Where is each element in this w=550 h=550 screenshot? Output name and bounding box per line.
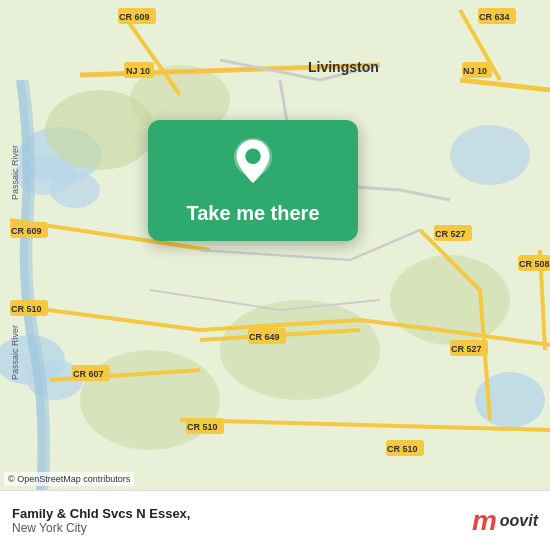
take-me-there-card[interactable]: Take me there bbox=[148, 120, 358, 241]
moovit-m-icon: m bbox=[472, 507, 497, 535]
svg-text:CR 508: CR 508 bbox=[519, 259, 550, 269]
svg-point-6 bbox=[450, 125, 530, 185]
bottom-bar: Family & Chld Svcs N Essex, New York Cit… bbox=[0, 490, 550, 550]
svg-text:CR 527: CR 527 bbox=[435, 229, 466, 239]
svg-text:NJ 10: NJ 10 bbox=[463, 66, 487, 76]
svg-point-43 bbox=[245, 148, 261, 164]
location-pin-icon bbox=[227, 138, 279, 190]
place-location: New York City bbox=[12, 521, 472, 535]
place-info: Family & Chld Svcs N Essex, New York Cit… bbox=[12, 506, 472, 535]
svg-text:CR 609: CR 609 bbox=[11, 226, 42, 236]
svg-point-3 bbox=[50, 172, 100, 208]
svg-text:CR 634: CR 634 bbox=[479, 12, 510, 22]
svg-text:CR 510: CR 510 bbox=[387, 444, 418, 454]
svg-text:CR 649: CR 649 bbox=[249, 332, 280, 342]
place-name: Family & Chld Svcs N Essex, bbox=[12, 506, 472, 521]
take-me-there-button[interactable]: Take me there bbox=[186, 202, 319, 225]
moovit-wordmark: oovit bbox=[500, 512, 538, 530]
map-background: Passaic River Passaic River bbox=[0, 0, 550, 490]
svg-text:CR 510: CR 510 bbox=[187, 422, 218, 432]
svg-text:CR 607: CR 607 bbox=[73, 369, 104, 379]
svg-text:CR 609: CR 609 bbox=[119, 12, 150, 22]
svg-text:Livingston: Livingston bbox=[308, 59, 379, 75]
moovit-logo: m oovit bbox=[472, 507, 538, 535]
svg-text:CR 510: CR 510 bbox=[11, 304, 42, 314]
svg-text:Passaic River: Passaic River bbox=[10, 325, 20, 380]
map-container: Passaic River Passaic River bbox=[0, 0, 550, 490]
svg-text:NJ 10: NJ 10 bbox=[126, 66, 150, 76]
svg-text:Passaic River: Passaic River bbox=[10, 145, 20, 200]
svg-text:CR 527: CR 527 bbox=[451, 344, 482, 354]
osm-attribution: © OpenStreetMap contributors bbox=[4, 472, 134, 486]
svg-point-10 bbox=[220, 300, 380, 400]
